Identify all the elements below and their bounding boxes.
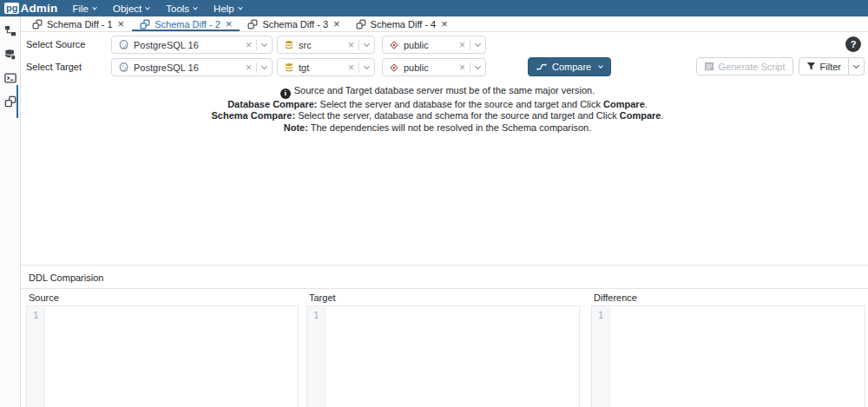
postgresql-server-icon — [118, 39, 129, 50]
chevron-down-icon — [193, 4, 198, 10]
close-icon[interactable]: × — [441, 20, 448, 29]
tab-label: Schema Diff - 2 — [155, 19, 220, 30]
select-source-label: Select Source — [26, 36, 85, 54]
clear-icon[interactable]: × — [246, 41, 252, 49]
combo-value: tgt — [299, 62, 348, 73]
tab-schema-diff-1[interactable]: Schema Diff - 1 × — [24, 16, 132, 31]
info-line-1: iSource and Target database server must … — [21, 85, 854, 99]
chevron-down-icon — [238, 4, 243, 10]
tab-bar: Schema Diff - 1 × Schema Diff - 2 × Sche… — [21, 16, 868, 32]
schema-icon — [389, 62, 399, 73]
help-button[interactable]: ? — [845, 36, 861, 52]
compare-instructions: iSource and Target database server must … — [21, 85, 854, 134]
pgadmin-window: pgAdmin File Object Tools Help — [0, 0, 868, 407]
tab-label: Schema Diff - 4 — [371, 19, 437, 30]
ddl-source-editor[interactable]: 1 — [26, 305, 299, 407]
app-header: pgAdmin File Object Tools Help — [0, 0, 868, 16]
tab-schema-diff-2[interactable]: Schema Diff - 2 × — [132, 16, 240, 31]
source-schema-combo[interactable]: public × — [382, 36, 486, 54]
combo-value: PostgreSQL 16 — [134, 40, 246, 50]
combo-divider — [358, 62, 359, 73]
tab-schema-diff-4[interactable]: Schema Diff - 4 × — [348, 16, 456, 31]
chevron-down-icon[interactable] — [598, 63, 603, 69]
generate-script-button[interactable]: Generate Script — [696, 57, 793, 75]
ddl-comparison-header: DDL Comparision — [21, 267, 868, 289]
active-workspace-indicator — [16, 85, 18, 118]
menu-tools[interactable]: Tools — [166, 3, 197, 14]
clear-icon[interactable]: × — [459, 41, 465, 49]
line-number-gutter: 1 — [27, 306, 45, 407]
ddl-difference-editor[interactable]: 1 — [591, 305, 865, 407]
menu-bar: File Object Tools Help — [72, 3, 241, 14]
info-line-2: Database Compare: Select the server and … — [21, 99, 854, 111]
combo-value: src — [299, 40, 348, 50]
question-mark-icon: ? — [851, 39, 857, 49]
clear-icon[interactable]: × — [348, 63, 354, 72]
schema-diff-icon — [4, 95, 16, 108]
sidebar-item-object-explorer[interactable] — [3, 24, 17, 38]
chevron-down-icon[interactable] — [475, 40, 481, 46]
close-icon[interactable]: × — [118, 20, 125, 29]
toolbar-right: Generate Script Filter — [696, 57, 865, 75]
menu-file[interactable]: File — [72, 3, 96, 14]
line-number-gutter: 1 — [592, 306, 610, 407]
sitemap-icon — [4, 25, 16, 37]
schema-diff-icon — [247, 19, 258, 30]
combo-divider — [256, 40, 257, 50]
pgadmin-logo: pgAdmin — [4, 2, 57, 15]
info-icon: i — [280, 89, 291, 99]
sidebar-item-schema-diff[interactable] — [3, 95, 17, 108]
tab-label: Schema Diff - 3 — [262, 19, 328, 30]
schema-diff-icon — [356, 19, 366, 30]
tab-schema-diff-3[interactable]: Schema Diff - 3 × — [240, 16, 347, 31]
combo-divider — [470, 62, 470, 73]
postgresql-server-icon — [118, 62, 129, 73]
clear-icon[interactable]: × — [459, 63, 465, 72]
logo-admin-text: Admin — [20, 2, 57, 15]
combo-divider — [358, 40, 359, 50]
filter-button[interactable]: Filter — [799, 57, 849, 75]
panel-splitter[interactable] — [21, 265, 868, 266]
menu-help[interactable]: Help — [214, 3, 242, 14]
filter-split-button: Filter — [799, 57, 865, 75]
target-server-combo[interactable]: PostgreSQL 16 × — [111, 58, 273, 76]
combo-value: public — [404, 40, 459, 50]
source-server-combo[interactable]: PostgreSQL 16 × — [111, 36, 273, 54]
tab-label: Schema Diff - 1 — [47, 19, 113, 30]
schema-diff-icon — [140, 19, 150, 30]
ddl-target-editor[interactable]: 1 — [306, 305, 580, 407]
chevron-down-icon — [92, 4, 97, 10]
database-icon — [284, 40, 294, 50]
line-number: 1 — [592, 306, 609, 321]
menu-object[interactable]: Object — [113, 3, 149, 14]
chevron-down-icon[interactable] — [364, 62, 370, 69]
query-tool-icon — [4, 49, 16, 61]
chevron-down-icon[interactable] — [261, 62, 267, 69]
chevron-down-icon[interactable] — [364, 40, 370, 46]
select-target-label: Select Target — [26, 58, 82, 76]
sidebar-item-psql-tool[interactable] — [3, 71, 17, 85]
chevron-down-icon — [853, 62, 859, 69]
filter-funnel-icon — [806, 62, 816, 71]
filter-dropdown-button[interactable] — [849, 57, 865, 75]
line-number-gutter: 1 — [307, 306, 326, 407]
target-database-combo[interactable]: tgt × — [277, 58, 375, 76]
filter-label: Filter — [820, 62, 841, 72]
target-schema-combo[interactable]: public × — [382, 58, 486, 76]
close-icon[interactable]: × — [226, 20, 233, 29]
clear-icon[interactable]: × — [348, 41, 354, 49]
compare-button[interactable]: Compare — [528, 57, 611, 76]
logo-pg-badge: pg — [4, 3, 19, 14]
sidebar-item-query-tool[interactable] — [3, 48, 17, 62]
chevron-down-icon[interactable] — [261, 40, 267, 46]
source-database-combo[interactable]: src × — [277, 36, 375, 54]
combo-divider — [470, 40, 470, 50]
info-line-3: Schema Compare: Select the server, datab… — [21, 110, 854, 122]
generate-script-label: Generate Script — [719, 62, 786, 72]
close-icon[interactable]: × — [333, 20, 340, 29]
chevron-down-icon[interactable] — [475, 62, 481, 69]
chevron-down-icon — [145, 4, 150, 10]
ddl-source-label: Source — [29, 292, 59, 303]
workspace-sidebar — [0, 16, 21, 407]
clear-icon[interactable]: × — [246, 63, 252, 72]
